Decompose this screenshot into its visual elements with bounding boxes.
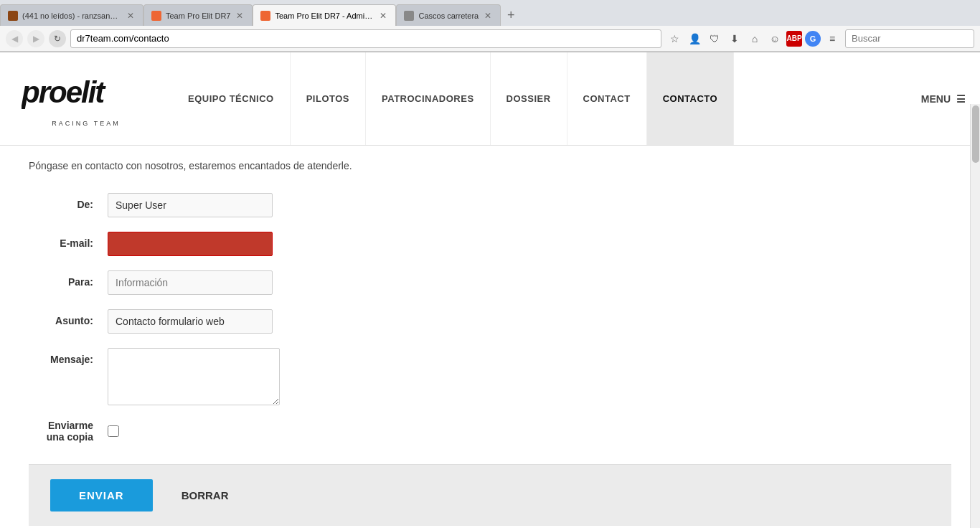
tab-team[interactable]: Team Pro Elit DR7 ✕ <box>143 4 253 26</box>
nav-item-contacto[interactable]: CONTACTO <box>647 52 734 145</box>
address-bar-row: ◀ ▶ ↻ ☆ 👤 🛡 ⬇ ⌂ ☺ ABP G ≡ <box>0 26 980 52</box>
page-intro: Póngase en contacto con nosotros, estare… <box>29 160 951 171</box>
smiley-icon[interactable]: ☺ <box>766 30 783 47</box>
home-icon[interactable]: ⌂ <box>746 30 763 47</box>
logo-sub: RACING TEAM <box>22 120 151 127</box>
tab-label-mail: (441 no leídos) - ranzsanch... <box>22 11 121 20</box>
shield-icon[interactable]: 🛡 <box>706 30 723 47</box>
hamburger-icon: ☰ <box>956 93 966 105</box>
form-row-email: E-mail: <box>29 232 545 256</box>
nav-item-equipo[interactable]: EQUIPO TÉCNICO <box>172 52 291 145</box>
bookmark-icon[interactable]: ☆ <box>666 30 683 47</box>
new-tab-button[interactable]: + <box>501 4 521 26</box>
tab-label-team: Team Pro Elit DR7 <box>166 11 230 20</box>
contact-form: De: E-mail: Para: Asunto: Mensaje: <box>29 193 545 443</box>
copy-row: Enviarme una copia <box>29 420 545 443</box>
input-para[interactable] <box>108 270 273 295</box>
logo-area: proelit RACING TEAM <box>0 52 172 145</box>
menu-label: MENU <box>921 93 951 105</box>
logo-svg: proelit <box>22 71 151 114</box>
nav-item-dossier[interactable]: DOSSIER <box>491 52 567 145</box>
site-header: proelit RACING TEAM EQUIPO TÉCNICO PILOT… <box>0 52 980 146</box>
tab-label-cascos: Cascos carretera <box>418 11 479 20</box>
copy-label: Enviarme una copia <box>29 420 108 443</box>
label-asunto: Asunto: <box>29 309 108 326</box>
menu-icon[interactable]: ≡ <box>824 30 841 47</box>
form-row-de: De: <box>29 193 545 217</box>
svg-text:proelit: proelit <box>22 75 106 109</box>
textarea-mensaje[interactable] <box>108 348 280 405</box>
adblock-icon[interactable]: ABP <box>786 31 802 47</box>
button-area: ENVIAR BORRAR <box>29 465 951 526</box>
tab-favicon-mail <box>8 11 18 21</box>
form-row-asunto: Asunto: <box>29 309 545 334</box>
forward-button[interactable]: ▶ <box>27 30 44 47</box>
tab-favicon-team <box>151 11 161 21</box>
scrollbar-track[interactable] <box>970 104 980 528</box>
tab-close-team[interactable]: ✕ <box>235 9 245 22</box>
label-de: De: <box>29 193 108 210</box>
input-asunto[interactable] <box>108 309 273 334</box>
nav-item-pilotos[interactable]: PILOTOS <box>291 52 366 145</box>
address-input[interactable] <box>70 29 661 48</box>
enviar-button[interactable]: ENVIAR <box>50 479 153 512</box>
toolbar-icons: ☆ 👤 🛡 ⬇ ⌂ ☺ ABP G ≡ <box>666 30 841 47</box>
borrar-button[interactable]: BORRAR <box>167 479 243 512</box>
form-row-para: Para: <box>29 270 545 295</box>
label-mensaje: Mensaje: <box>29 348 108 365</box>
nav-menu: EQUIPO TÉCNICO PILOTOS PATROCINADORES DO… <box>172 52 980 145</box>
tab-bar: (441 no leídos) - ranzsanch... ✕ Team Pr… <box>0 0 980 26</box>
copy-checkbox[interactable] <box>108 425 119 437</box>
scrollbar-thumb[interactable] <box>972 105 979 163</box>
input-de[interactable] <box>108 193 273 217</box>
label-para: Para: <box>29 270 108 288</box>
page-content: Póngase en contacto con nosotros, estare… <box>0 146 980 528</box>
tab-label-admin: Team Pro Elit DR7 - Admin... <box>275 11 374 20</box>
tab-favicon-cascos <box>404 11 414 21</box>
tab-cascos[interactable]: Cascos carretera ✕ <box>396 4 501 26</box>
form-row-mensaje: Mensaje: <box>29 348 545 405</box>
nav-item-contact[interactable]: CONTACT <box>567 52 647 145</box>
tab-close-mail[interactable]: ✕ <box>126 9 136 22</box>
website: proelit RACING TEAM EQUIPO TÉCNICO PILOT… <box>0 52 980 528</box>
tab-favicon-admin <box>260 11 270 21</box>
refresh-button[interactable]: ↻ <box>49 30 66 47</box>
logo-wrapper: proelit RACING TEAM <box>22 71 151 127</box>
search-input[interactable] <box>845 29 974 48</box>
menu-button[interactable]: MENU ☰ <box>907 52 980 145</box>
input-email[interactable] <box>108 232 273 256</box>
browser-chrome: (441 no leídos) - ranzsanch... ✕ Team Pr… <box>0 0 980 52</box>
google-icon[interactable]: G <box>805 31 821 47</box>
tab-close-admin[interactable]: ✕ <box>378 9 388 22</box>
tab-mail[interactable]: (441 no leídos) - ranzsanch... ✕ <box>0 4 143 26</box>
tab-close-cascos[interactable]: ✕ <box>483 9 493 22</box>
label-email: E-mail: <box>29 232 108 249</box>
nav-item-patrocinadores[interactable]: PATROCINADORES <box>366 52 491 145</box>
account-icon[interactable]: 👤 <box>686 30 703 47</box>
download-icon[interactable]: ⬇ <box>726 30 743 47</box>
tab-admin[interactable]: Team Pro Elit DR7 - Admin... ✕ <box>253 4 396 26</box>
back-button[interactable]: ◀ <box>6 30 23 47</box>
logo-text: proelit <box>22 71 151 118</box>
